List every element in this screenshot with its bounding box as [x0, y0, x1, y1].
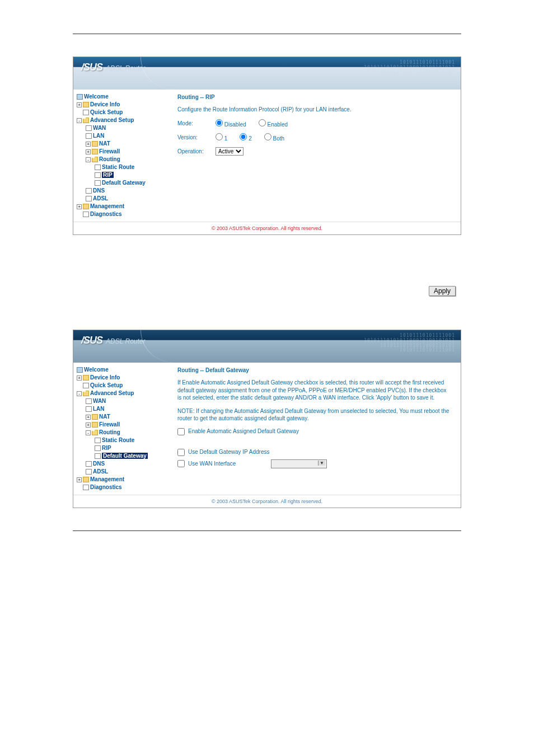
doc-icon	[95, 165, 101, 170]
expand-device-info[interactable]: +	[77, 375, 82, 381]
tree-nat[interactable]: NAT	[99, 414, 110, 420]
tree-adsl[interactable]: ADSL	[93, 468, 108, 475]
content-rip: Routing -- RIP Configure the Route Infor…	[167, 90, 461, 222]
use-wan-interface-checkbox[interactable]	[177, 460, 185, 467]
collapse-advanced[interactable]: -	[77, 118, 82, 123]
tree-wan[interactable]: WAN	[93, 125, 106, 131]
tree-adsl[interactable]: ADSL	[93, 195, 108, 201]
tree-advanced-setup[interactable]: Advanced Setup	[90, 390, 134, 396]
folder-icon	[92, 414, 98, 420]
mode-label: Mode:	[177, 120, 210, 126]
collapse-routing[interactable]: -	[86, 157, 91, 162]
doc-icon	[95, 172, 101, 178]
version-1-radio[interactable]	[216, 133, 223, 140]
banner: /SUS ADSL Router 10101110101111001 10101…	[73, 330, 461, 363]
operation-label: Operation:	[177, 148, 210, 154]
folder-icon	[83, 477, 89, 482]
tree-diagnostics[interactable]: Diagnostics	[90, 211, 122, 217]
rip-title: Routing -- RIP	[177, 94, 451, 100]
mode-enabled-radio[interactable]	[259, 119, 266, 126]
doc-icon	[95, 438, 101, 443]
folder-icon	[92, 149, 98, 154]
doc-icon	[86, 188, 92, 194]
asus-logo: /SUS	[81, 62, 102, 73]
tree-dns[interactable]: DNS	[93, 187, 105, 194]
wan-interface-select[interactable]	[271, 459, 327, 468]
expand-firewall[interactable]: +	[86, 149, 91, 154]
tree-default-gateway[interactable]: Default Gateway	[102, 453, 148, 459]
tree-nat[interactable]: NAT	[99, 140, 110, 147]
tree-firewall[interactable]: Firewall	[99, 148, 120, 154]
use-default-ip-checkbox[interactable]	[177, 449, 185, 456]
tree-welcome[interactable]: Welcome	[84, 367, 109, 373]
version-label: Version:	[177, 134, 210, 140]
doc-icon	[95, 453, 101, 459]
expand-management[interactable]: +	[77, 204, 82, 209]
product-name: ADSL Router	[106, 64, 145, 72]
dg-title: Routing -- Default Gateway	[177, 367, 451, 373]
collapse-routing[interactable]: -	[86, 430, 91, 435]
doc-icon	[83, 485, 89, 490]
apply-button[interactable]: Apply	[429, 286, 456, 296]
doc-icon	[95, 445, 101, 451]
tree-default-gateway[interactable]: Default Gateway	[102, 180, 146, 186]
expand-firewall[interactable]: +	[86, 422, 91, 428]
expand-nat[interactable]: +	[86, 142, 91, 147]
banner: /SUS ADSL Router 10101110101111001 10101…	[73, 57, 461, 90]
tree-device-info[interactable]: Device Info	[90, 374, 120, 381]
top-rule	[73, 34, 461, 34]
rip-desc: Configure the Route Information Protocol…	[177, 106, 451, 114]
product-name: ADSL Router	[106, 337, 145, 345]
tree-management[interactable]: Management	[90, 203, 124, 209]
router-panel-default-gateway: /SUS ADSL Router 10101110101111001 10101…	[73, 330, 461, 508]
enable-auto-gateway-checkbox[interactable]	[177, 428, 185, 435]
content-default-gateway: Routing -- Default Gateway If Enable Aut…	[167, 363, 461, 495]
folder-open-icon	[92, 157, 98, 162]
tree-dns[interactable]: DNS	[93, 461, 105, 467]
doc-icon	[86, 406, 92, 412]
doc-icon	[83, 383, 89, 388]
footer-copyright: © 2003 ASUSTek Corporation. All rights r…	[73, 222, 461, 234]
tree-quick-setup[interactable]: Quick Setup	[90, 382, 123, 388]
doc-icon	[86, 461, 92, 467]
operation-select[interactable]: Active	[216, 147, 243, 156]
banner-binary: 10101110101111001 1010111010101100010100…	[364, 60, 455, 75]
tree-lan[interactable]: LAN	[93, 133, 105, 139]
doc-icon	[95, 180, 101, 186]
use-wan-interface-label: Use WAN Interface	[188, 460, 236, 466]
tree-advanced-setup[interactable]: Advanced Setup	[90, 117, 134, 123]
tree-routing[interactable]: Routing	[99, 156, 120, 162]
tree-firewall[interactable]: Firewall	[99, 421, 120, 428]
version-both-radio[interactable]	[264, 133, 271, 140]
folder-icon	[92, 141, 98, 147]
tree-welcome[interactable]: Welcome	[84, 93, 109, 100]
tree-diagnostics[interactable]: Diagnostics	[90, 484, 122, 490]
doc-icon	[86, 125, 92, 131]
tree-device-info[interactable]: Device Info	[90, 101, 120, 107]
tree-management[interactable]: Management	[90, 476, 124, 482]
version-2-radio[interactable]	[240, 133, 247, 140]
folder-icon	[83, 375, 89, 381]
expand-device-info[interactable]: +	[77, 102, 82, 107]
tree-rip[interactable]: RIP	[102, 445, 111, 451]
folder-open-icon	[83, 118, 89, 123]
footer-copyright: © 2003 ASUSTek Corporation. All rights r…	[73, 495, 461, 508]
tree-static-route[interactable]: Static Route	[102, 437, 134, 443]
tree-rip[interactable]: RIP	[102, 172, 114, 178]
collapse-advanced[interactable]: -	[77, 391, 82, 396]
tree-lan[interactable]: LAN	[93, 406, 105, 412]
folder-open-icon	[92, 430, 98, 435]
use-default-ip-label: Use Default Gateway IP Address	[188, 449, 269, 455]
expand-management[interactable]: +	[77, 477, 82, 482]
enable-auto-gateway-label: Enable Automatic Assigned Default Gatewa…	[188, 428, 299, 434]
banner-binary: 10101110101111001 1010111010101100010100…	[364, 334, 455, 353]
dg-para2: NOTE: If changing the Automatic Assigned…	[177, 407, 451, 422]
doc-icon	[83, 212, 89, 217]
doc-icon	[86, 469, 92, 475]
mode-disabled-radio[interactable]	[216, 119, 223, 126]
expand-nat[interactable]: +	[86, 415, 91, 420]
tree-routing[interactable]: Routing	[99, 429, 120, 435]
tree-static-route[interactable]: Static Route	[102, 164, 134, 170]
tree-wan[interactable]: WAN	[93, 398, 106, 404]
tree-quick-setup[interactable]: Quick Setup	[90, 109, 123, 115]
